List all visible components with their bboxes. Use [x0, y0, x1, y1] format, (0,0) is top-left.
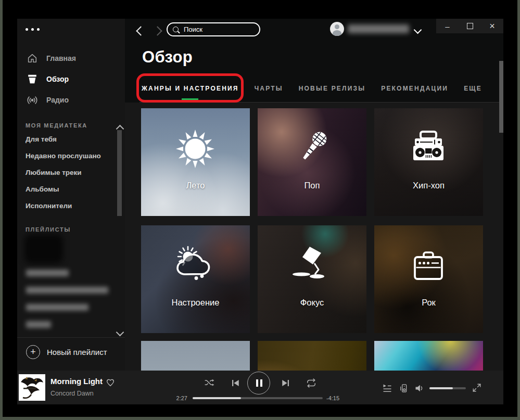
- genre-tile-pop[interactable]: Поп: [258, 108, 366, 216]
- sidebar-item-home[interactable]: Главная: [26, 52, 76, 65]
- album-art[interactable]: [19, 374, 45, 401]
- blurred-playlist-item[interactable]: [26, 304, 88, 311]
- tile-label: Настроение: [141, 298, 250, 308]
- plus-circle-icon: +: [26, 345, 40, 359]
- microphone-icon: [286, 123, 338, 175]
- genre-tile-rock[interactable]: Рок: [374, 225, 483, 333]
- genre-tile-partial[interactable]: [141, 341, 250, 371]
- avatar-body: [333, 30, 341, 36]
- blurred-playlist-item[interactable]: [26, 270, 69, 276]
- search-icon: [173, 27, 179, 32]
- desk-lamp-icon: [286, 240, 338, 292]
- elapsed-time: 2:27: [171, 395, 187, 401]
- sidebar-divider: [17, 337, 125, 338]
- sidebar-item-albums[interactable]: Альбомы: [26, 185, 59, 193]
- volume-slider[interactable]: [429, 387, 466, 389]
- maximize-icon: [467, 23, 473, 29]
- tile-label: Хип-хоп: [374, 181, 483, 190]
- app-window: Главная Обзор Радио МОЯ МЕДИАТЕКА: [17, 19, 503, 404]
- guitar-amp-icon: [402, 240, 454, 292]
- screenshot-border: [517, 0, 520, 420]
- radio-icon: [26, 93, 39, 107]
- annotation-highlight-box: [136, 73, 244, 103]
- fullscreen-icon[interactable]: [472, 383, 481, 394]
- close-button[interactable]: ×: [481, 19, 503, 33]
- user-menu-chevron-icon[interactable]: [415, 26, 421, 35]
- boombox-icon: [402, 123, 454, 175]
- search-input[interactable]: [183, 25, 252, 34]
- avatar[interactable]: [330, 22, 344, 36]
- tab-more[interactable]: ЕЩЕ: [464, 85, 482, 92]
- app-menu-button[interactable]: [26, 28, 40, 31]
- volume-fill: [429, 387, 453, 389]
- avatar-head: [335, 24, 339, 29]
- blurred-playlist-item[interactable]: [26, 321, 51, 328]
- sidebar-item-for-you[interactable]: Для тебя: [26, 135, 57, 143]
- pause-button[interactable]: [247, 372, 270, 394]
- new-playlist-label: Новый плейлист: [47, 348, 107, 357]
- sidebar-scrollbar[interactable]: [117, 130, 122, 216]
- tab-charts[interactable]: ЧАРТЫ: [255, 85, 283, 92]
- tile-label: Поп: [258, 181, 366, 190]
- page-title: Обзор: [142, 48, 193, 67]
- progress-bar[interactable]: [193, 397, 323, 399]
- blurred-playlist-item[interactable]: [26, 287, 108, 294]
- playlists-section-header: ПЛЕЙЛИСТЫ: [26, 226, 71, 233]
- tile-label: Рок: [374, 298, 483, 308]
- player-bar: Morning Light Concord Dawn: [17, 371, 503, 404]
- genre-tile-focus[interactable]: Фокус: [258, 225, 366, 333]
- artist-name[interactable]: Concord Dawn: [50, 390, 94, 397]
- genre-tile-summer[interactable]: Лето: [141, 108, 250, 216]
- shuffle-icon[interactable]: [204, 378, 214, 390]
- genre-tile-partial[interactable]: [258, 341, 366, 371]
- window-controls: – ×: [436, 19, 503, 33]
- sidebar-item-radio[interactable]: Радио: [26, 93, 69, 107]
- sidebar-item-artists[interactable]: Исполнители: [26, 202, 72, 210]
- track-title[interactable]: Morning Light: [50, 377, 103, 386]
- queue-icon[interactable]: [382, 383, 392, 396]
- genre-tile-hiphop[interactable]: Хип-хоп: [374, 108, 483, 216]
- sidebar: Главная Обзор Радио МОЯ МЕДИАТЕКА: [17, 19, 125, 371]
- tile-label: Лето: [141, 181, 250, 190]
- tab-recommendations[interactable]: РЕКОМЕНДАЦИИ: [381, 85, 448, 92]
- main-area: – × Обзор ЖАНРЫ И НАСТРОЕНИЯ ЧАРТЫ НОВЫЕ…: [125, 19, 503, 371]
- tab-new-releases[interactable]: НОВЫЕ РЕЛИЗЫ: [299, 85, 365, 92]
- volume-icon[interactable]: [414, 383, 425, 396]
- repeat-icon[interactable]: [306, 378, 316, 390]
- progress-fill: [193, 397, 241, 399]
- main-scrollbar[interactable]: [499, 61, 503, 133]
- genre-tile-partial[interactable]: [374, 341, 483, 371]
- new-playlist-button[interactable]: + Новый плейлист: [26, 345, 107, 359]
- sun-icon: [169, 123, 221, 175]
- remaining-time: -4:15: [326, 395, 339, 401]
- library-section-header: МОЯ МЕДИАТЕКА: [26, 122, 87, 129]
- back-button[interactable]: [137, 27, 144, 36]
- tile-label: Фокус: [258, 298, 366, 308]
- sidebar-item-label: Главная: [46, 54, 76, 62]
- next-track-icon[interactable]: [281, 378, 290, 390]
- username-blurred: [348, 24, 409, 33]
- minimize-button[interactable]: –: [436, 19, 459, 33]
- screenshot-border: [0, 0, 3, 420]
- screenshot: Главная Обзор Радио МОЯ МЕДИАТЕКА: [0, 0, 520, 420]
- blurred-playlist-cover: [24, 234, 63, 263]
- sun-rain-cloud-icon: [169, 240, 221, 292]
- forward-button[interactable]: [154, 27, 161, 36]
- search-box[interactable]: [167, 22, 260, 36]
- browse-icon: [26, 72, 39, 86]
- devices-icon[interactable]: [399, 383, 409, 396]
- previous-track-icon[interactable]: [231, 378, 240, 390]
- sidebar-item-recently-played[interactable]: Недавно прослушано: [26, 152, 101, 160]
- home-icon: [26, 52, 39, 65]
- genre-tile-mood[interactable]: Настроение: [141, 225, 250, 333]
- maximize-button[interactable]: [459, 19, 481, 33]
- sidebar-item-label: Радио: [46, 96, 69, 104]
- sidebar-item-label: Обзор: [46, 75, 69, 83]
- sidebar-item-browse[interactable]: Обзор: [26, 72, 69, 86]
- scroll-down-icon[interactable]: [117, 328, 123, 337]
- sidebar-item-liked-songs[interactable]: Любимые треки: [26, 169, 82, 176]
- screenshot-border: [0, 417, 520, 420]
- heart-icon[interactable]: [106, 378, 115, 389]
